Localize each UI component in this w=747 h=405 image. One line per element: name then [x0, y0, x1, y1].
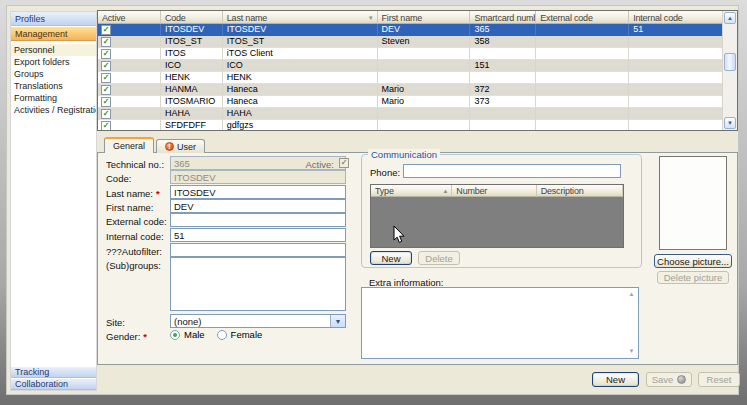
scrollbar-thumb[interactable] [724, 53, 736, 71]
cell-external-code [536, 48, 629, 60]
cell-smartcard [470, 108, 536, 120]
first-name-label: First name: [106, 202, 154, 213]
cell-external-code [536, 96, 629, 108]
grid-column-header[interactable]: External code [536, 11, 629, 24]
tab-general[interactable]: General [104, 137, 154, 153]
extra-information-field[interactable] [361, 287, 639, 359]
grid-vertical-scrollbar[interactable]: ▲ ▼ [722, 11, 737, 130]
application-window: Profiles Management PersonnelExport fold… [0, 0, 747, 405]
site-label: Site: [106, 317, 125, 328]
grid-column-header[interactable]: Active [98, 11, 161, 24]
grid-column-header[interactable]: First name [378, 11, 471, 24]
sidebar-item[interactable]: Activities / Registrations [11, 104, 96, 116]
communication-groupbox: Communication Phone: Type▲NumberDescript… [361, 154, 642, 268]
checkbox-checked-icon[interactable]: ✓ [101, 25, 111, 35]
phone-field[interactable] [403, 164, 621, 178]
table-row[interactable]: ✓SFDFDFFgdfgzs [98, 120, 723, 130]
tab-general-label: General [113, 141, 145, 151]
table-row[interactable]: ✓HENKHENK [98, 72, 723, 84]
sidebar-section-tracking[interactable]: Tracking [11, 367, 96, 378]
cell-first-name: Mario [378, 84, 471, 96]
subgroups-field[interactable] [170, 257, 346, 311]
sidebar-item[interactable]: Translations [11, 80, 96, 92]
chevron-down-icon[interactable]: ▼ [330, 315, 345, 327]
communication-delete-button: Delete [418, 251, 460, 265]
cell-first-name: Mario [378, 96, 471, 108]
scroll-up-icon[interactable]: ▲ [626, 289, 637, 300]
cell-internal-code [629, 72, 723, 84]
comm-column-header[interactable]: Number [452, 185, 536, 197]
technical-no-label: Technical no.: [106, 159, 164, 170]
radio-icon[interactable] [217, 330, 227, 340]
checkbox-checked-icon[interactable]: ✓ [101, 73, 111, 83]
checkbox-checked-icon[interactable]: ✓ [101, 49, 111, 59]
gender-radio-female[interactable]: Female [217, 329, 263, 340]
table-row[interactable]: ✓ITOSDEVITOSDEVDEV36551 [98, 24, 723, 36]
cell-external-code [536, 72, 629, 84]
external-code-field[interactable] [170, 213, 346, 227]
table-row[interactable]: ✓ITOS_STITOS_STSteven358 [98, 36, 723, 48]
checkbox-checked-icon[interactable]: ✓ [101, 109, 111, 119]
active-cell: ✓ [98, 120, 161, 130]
cell-code: ICO [161, 60, 223, 72]
grid-column-header[interactable]: Internal code [629, 11, 723, 24]
table-row[interactable]: ✓ITOSMARIOHanecaMario373 [98, 96, 723, 108]
sidebar-item[interactable]: Export folders [11, 56, 96, 68]
table-row[interactable]: ✓ITOSiTOS Client [98, 48, 723, 60]
cell-external-code [536, 60, 629, 72]
gender-radio-male[interactable]: Male [170, 329, 205, 340]
checkbox-checked-icon[interactable]: ✓ [101, 85, 111, 95]
communication-new-button[interactable]: New [370, 251, 412, 265]
scroll-down-icon[interactable]: ▼ [626, 346, 637, 357]
grid-column-header[interactable]: Smartcard number [470, 11, 536, 24]
cell-code: ITOS [161, 48, 223, 60]
active-cell: ✓ [98, 108, 161, 120]
autofilter-field[interactable] [170, 243, 346, 257]
table-row[interactable]: ✓HANMAHanecaMario372 [98, 84, 723, 96]
autofilter-label: ???Autofilter: [106, 246, 162, 257]
table-row[interactable]: ✓ICOICO151 [98, 60, 723, 72]
cell-code: HAHA [161, 108, 223, 120]
sidebar-section-management[interactable]: Management [11, 27, 96, 41]
comm-column-header[interactable]: Description [537, 185, 623, 197]
scroll-down-icon[interactable]: ▼ [724, 117, 736, 129]
gender-radio-group: MaleFemale [170, 329, 274, 340]
internal-code-label: Internal code: [106, 231, 164, 242]
sidebar-item-list: PersonnelExport foldersGroupsTranslation… [11, 42, 96, 367]
sidebar-section-profiles[interactable]: Profiles [11, 12, 96, 26]
sidebar-item[interactable]: Formatting [11, 92, 96, 104]
internal-code-field[interactable] [170, 228, 346, 242]
scroll-up-icon[interactable]: ▲ [724, 12, 736, 24]
cell-smartcard: 365 [470, 24, 536, 36]
active-cell: ✓ [98, 96, 161, 108]
cell-external-code [536, 120, 629, 130]
choose-picture-button[interactable]: Choose picture... [654, 254, 732, 268]
cell-internal-code [629, 84, 723, 96]
tab-user[interactable]: ! User [156, 139, 205, 153]
communication-table[interactable]: Type▲NumberDescription [370, 184, 624, 248]
grid-header-row: ActiveCodeLast name▼First nameSmartcard … [98, 11, 723, 24]
sidebar-item[interactable]: Personnel [11, 44, 96, 56]
cell-first-name [378, 60, 471, 72]
cell-first-name [378, 120, 471, 130]
grid-column-header[interactable]: Code [161, 11, 223, 24]
sort-ascending-icon: ▲ [443, 188, 449, 194]
site-dropdown[interactable]: (none) ▼ [170, 314, 346, 328]
footer-new-button[interactable]: New [592, 372, 639, 387]
comm-column-header[interactable]: Type▲ [371, 185, 452, 197]
table-row[interactable]: ✓HAHAHAHA [98, 108, 723, 120]
grid-column-header[interactable]: Last name▼ [223, 11, 378, 24]
sidebar-item[interactable]: Groups [11, 68, 96, 80]
save-button-label: Save [652, 374, 674, 385]
app-client-area: Profiles Management PersonnelExport fold… [7, 6, 738, 394]
communication-title: Communication [368, 149, 440, 160]
radio-icon[interactable] [170, 330, 180, 340]
checkbox-checked-icon[interactable]: ✓ [101, 61, 111, 71]
sidebar-section-collaboration[interactable]: Collaboration [11, 379, 96, 390]
last-name-field[interactable] [170, 185, 346, 199]
checkbox-checked-icon[interactable]: ✓ [101, 97, 111, 107]
first-name-field[interactable] [170, 199, 346, 213]
checkbox-checked-icon[interactable]: ✓ [101, 121, 111, 131]
detail-tabs: General ! User [104, 137, 207, 153]
checkbox-checked-icon[interactable]: ✓ [101, 37, 111, 47]
